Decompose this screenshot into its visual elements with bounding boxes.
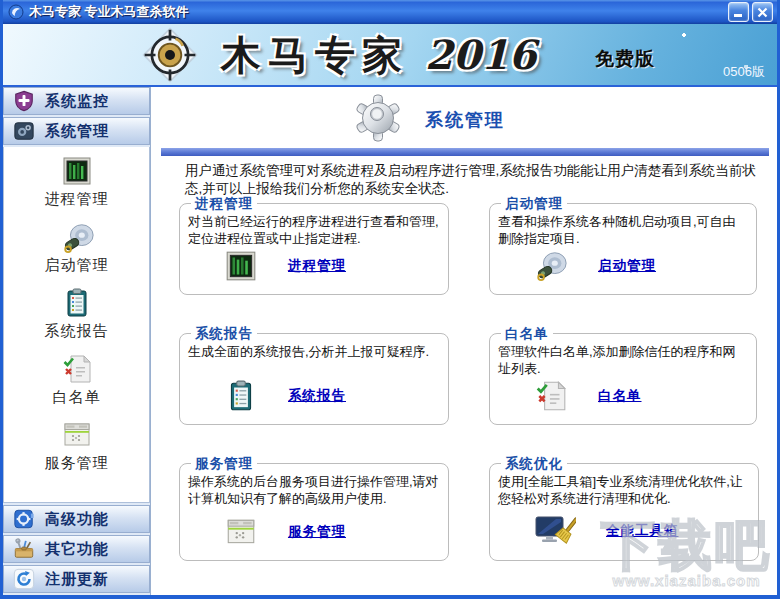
whitelist-doc-icon — [534, 379, 568, 413]
banner-version-label: 0506版 — [723, 63, 765, 81]
panel-whitelist: 白名单 管理软件白名单,添加删除信任的程序和网址列表. 白名单 — [489, 333, 757, 425]
crosshair-logo-icon — [141, 26, 199, 84]
sidebar-section-system-monitor[interactable]: 系统监控 — [3, 87, 150, 115]
system-report-link[interactable]: 系统报告 — [288, 387, 346, 405]
sidebar-item-label: 系统报告 — [45, 322, 109, 341]
sidebar-section-label: 其它功能 — [45, 540, 109, 559]
sidebar-item-process-manage[interactable]: 进程管理 — [4, 155, 149, 221]
sidebar-section-advanced[interactable]: 高级功能 — [3, 505, 150, 533]
panel-title: 白名单 — [501, 325, 553, 343]
close-icon — [757, 7, 768, 18]
titlebar: 木马专家 专业木马查杀软件 — [3, 0, 777, 24]
sidebar-section-other[interactable]: 其它功能 — [3, 535, 150, 563]
toolbox-icon — [13, 538, 35, 560]
panel-system-optimize: 系统优化 使用[全能工具箱]专业系统清理优化软件,让您轻松对系统进行清理和优化.… — [489, 463, 759, 561]
startup-icon — [534, 249, 568, 283]
startup-icon — [61, 221, 93, 253]
sidebar-item-whitelist[interactable]: 白名单 — [4, 353, 149, 419]
main-content: 系统管理 用户通过系统管理可对系统进程及启动程序进行管理,系统报告功能能让用户清… — [151, 87, 777, 595]
app-window: 木马专家 专业木马查杀软件 木马专家 2016 免费版 — [0, 0, 780, 599]
panel-title: 进程管理 — [191, 195, 257, 213]
sidebar-item-label: 进程管理 — [45, 190, 109, 209]
toolbox-all-link[interactable]: 全能工具箱 — [606, 522, 679, 540]
sidebar-item-label: 启动管理 — [45, 256, 109, 275]
advanced-gear-icon — [13, 508, 35, 530]
panel-startup-manage: 启动管理 查看和操作系统各种随机启动项目,可自由删除指定项目. 启动管理 — [489, 203, 757, 295]
panel-service-manage: 服务管理 操作系统的后台服务项目进行操作管理,请对计算机知识有了解的高级用户使用… — [179, 463, 449, 561]
minimize-icon — [733, 7, 744, 18]
banner-title-group: 木马专家 2016 — [221, 28, 536, 83]
sidebar-section-register-update[interactable]: 注册更新 — [3, 565, 150, 593]
window-title: 木马专家 专业木马查杀软件 — [29, 3, 728, 21]
services-grid-icon — [61, 419, 93, 451]
panel-title: 系统报告 — [191, 325, 257, 343]
sidebar-section-label: 注册更新 — [45, 570, 109, 589]
sidebar-item-system-report[interactable]: 系统报告 — [4, 287, 149, 353]
whitelist-doc-icon — [61, 353, 93, 385]
banner-title: 木马专家 — [221, 28, 409, 83]
shield-icon — [13, 90, 35, 112]
banner: 木马专家 2016 免费版 0506版 — [3, 24, 777, 87]
panel-system-report: 系统报告 生成全面的系统报告,分析并上报可疑程序. 系统报告 — [179, 333, 449, 425]
titlebar-buttons — [728, 2, 773, 22]
process-monitor-icon — [61, 155, 93, 187]
app-icon — [8, 4, 24, 20]
sidebar-item-label: 白名单 — [53, 388, 101, 407]
page-description: 用户通过系统管理可对系统进程及启动程序进行管理,系统报告功能能让用户清楚看到系统… — [185, 162, 769, 197]
sidebar-item-service-manage[interactable]: 服务管理 — [4, 419, 149, 485]
optimize-monitor-icon — [534, 513, 576, 549]
panel-process-manage: 进程管理 对当前已经运行的程序进程进行查看和管理,定位进程位置或中止指定进程. … — [179, 203, 449, 295]
page-title: 系统管理 — [425, 108, 505, 132]
sidebar-section-label: 系统监控 — [45, 92, 109, 111]
panel-title: 启动管理 — [501, 195, 567, 213]
sidebar-section-label: 高级功能 — [45, 510, 109, 529]
startup-manage-link[interactable]: 启动管理 — [598, 257, 656, 275]
report-clipboard-icon — [61, 287, 93, 319]
sidebar-section-system-manage[interactable]: 系统管理 — [3, 117, 150, 145]
sidebar: 系统监控 系统管理 进程管理 启动 — [3, 87, 151, 595]
gear-icon — [354, 92, 402, 142]
report-clipboard-icon — [224, 379, 258, 413]
process-manage-link[interactable]: 进程管理 — [288, 257, 346, 275]
panel-title: 服务管理 — [191, 455, 257, 473]
system-manage-icon — [13, 120, 35, 142]
panel-title: 系统优化 — [501, 455, 567, 473]
sidebar-item-label: 服务管理 — [45, 454, 109, 473]
close-button[interactable] — [752, 2, 773, 22]
process-monitor-icon — [224, 249, 258, 283]
banner-edition-label: 免费版 — [595, 46, 655, 72]
banner-year: 2016 — [425, 31, 536, 78]
header-divider — [161, 148, 769, 156]
sidebar-section-label: 系统管理 — [45, 122, 109, 141]
service-manage-link[interactable]: 服务管理 — [288, 523, 346, 541]
whitelist-link[interactable]: 白名单 — [598, 387, 642, 405]
services-grid-icon — [224, 515, 258, 549]
update-refresh-icon — [13, 568, 35, 590]
minimize-button[interactable] — [728, 2, 749, 22]
sidebar-item-startup-manage[interactable]: 启动管理 — [4, 221, 149, 287]
sidebar-nav-panel: 进程管理 启动管理 系统报告 — [3, 147, 150, 503]
